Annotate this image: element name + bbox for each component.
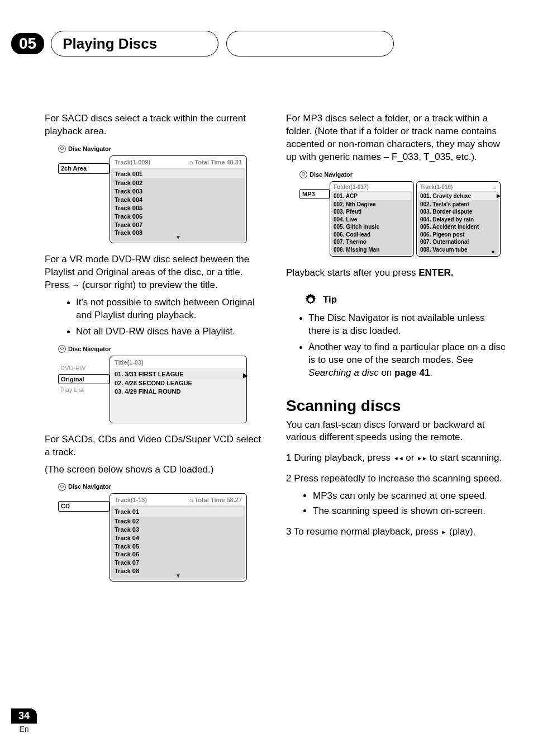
nav-icon [58,145,66,153]
mp3-intro: For MP3 discs select a folder, or a trac… [286,112,506,164]
folder-item: 004. Live [334,216,410,224]
disc-navigator-sacd: Disc Navigator 2ch Area Track(1-009) Tot… [58,145,247,243]
nav-icon [299,171,307,178]
scroll-down-icon: ▼ [491,249,496,256]
page-header: 05 Playing Discs [11,31,533,56]
header-frame-left: Playing Discs [51,31,218,56]
cd-note: (The screen below shows a CD loaded.) [45,464,265,476]
home-icon: ⌂ [493,183,497,191]
total-time: Total Time 40.31 [189,158,242,167]
nav-heading: Disc Navigator [68,145,111,153]
folder-item: 006. CodHead [334,231,410,239]
svg-point-0 [308,297,313,303]
folder-column: Folder(1-017) 001. ACP 002. Nth Degree 0… [330,181,414,257]
track-item: Track 007 [115,221,242,229]
track-item: Track 06 [115,550,242,559]
nav-label-selected: Original [58,374,110,385]
page-footer: 34 En [11,708,37,734]
folder-item: 003. Pfeuti [334,208,410,216]
track-item: 001. Gravity deluxe [419,192,498,200]
track-item: Track 006 [115,212,242,221]
page-number: 34 [11,708,37,724]
chapter-title: Playing Discs [63,35,157,53]
scan-back-icon [393,452,403,463]
track-item: Track 03 [115,526,242,534]
title-item: 02. 4/28 SECOND LEAGUE [115,379,242,388]
arrow-right-icon: ▶ [243,371,248,380]
nav-area-label: CD [58,501,110,512]
nav-heading: Disc Navigator [68,483,111,491]
total-time: Total Time 58.27 [189,496,242,504]
track-item: 006. Pigeon post [420,231,497,239]
step-2: 2 Press repeatedly to increase the scann… [286,472,506,485]
nav-label: DVD-RW [58,363,110,373]
track-item: Track 002 [115,179,242,187]
nav-area-label: 2ch Area [58,163,110,174]
folder-range: Folder(1-017) [334,183,369,191]
nav-heading: Disc Navigator [310,171,353,179]
track-item: Track 05 [115,542,242,551]
sacd-intro: For SACD discs select a track within the… [45,112,265,138]
disc-navigator-mp3: Disc Navigator MP3 Folder(1-017) 001. AC… [299,171,501,257]
track-item: Track 02 [115,517,242,526]
header-frame-right [226,31,394,56]
track-item: 004. Delayed by rain [420,216,497,224]
arrow-right-icon: ▶ [497,192,501,199]
track-item: Track 001 [113,169,244,179]
title-item: 03. 4/29 FINAL ROUND [115,388,242,396]
chapter-number: 05 [11,33,44,54]
scan-intro: You can fast-scan discs forward or backw… [286,419,506,445]
nav-heading: Disc Navigator [68,345,111,353]
track-item: 005. Accident incident [420,223,497,231]
track-item: Track 005 [115,204,242,212]
folder-item: 008. Missing Man [334,246,410,254]
track-item: Track 003 [115,187,242,196]
nav-area-label: MP3 [299,189,330,200]
track-item: 002. Tesla's patent [420,201,497,209]
playback-enter: Playback starts after you press ENTER. [286,267,506,280]
folder-item: 005. Glitch music [334,223,410,231]
tip-label: Tip [323,294,337,306]
left-column: For SACD discs select a track within the… [45,112,265,592]
tip-heading: Tip [303,292,506,308]
track-range: Track(1-010) [420,183,453,191]
track-range: Track(1-009) [115,158,150,167]
title-range: Title(1-03) [115,358,144,367]
step-bullet: MP3s can only be scanned at one speed. [313,490,506,503]
track-column: Track(1-010)⌂ ▶ 001. Gravity deluxe 002.… [416,181,501,257]
cursor-right-icon [72,280,79,290]
nav-label: Play List [58,385,110,395]
track-item: Track 01 [113,507,244,517]
track-item: 008. Vacuum tube [420,246,497,254]
track-item: 003. Border dispute [420,208,497,216]
vr-mode-text: For a VR mode DVD-RW disc select beween … [45,253,265,292]
folder-item: 002. Nth Degree [334,201,410,209]
step-3: 3 To resume normal playback, press (play… [286,526,506,538]
folder-item: 001. ACP [332,192,411,200]
right-column: For MP3 discs select a folder, or a trac… [286,112,506,592]
track-item: Track 004 [115,196,242,204]
bullet-text: It's not possible to switch between Orig… [76,296,265,322]
gear-icon [303,292,318,308]
nav-icon [58,483,66,491]
track-item: 007. Outernational [420,238,497,246]
page-language: En [11,725,37,734]
tip-bullet: The Disc Navigator is not available unle… [308,312,506,338]
disc-navigator-dvdrw: Disc Navigator DVD-RW Original Play List… [58,345,247,423]
step-bullet: The scanning speed is shown on-screen. [313,505,506,518]
track-item: Track 07 [115,559,242,567]
scan-forward-icon [417,452,427,463]
title-item: 01. 3/31 FIRST LEAGUE [113,370,244,379]
play-icon [441,526,446,537]
nav-icon [58,345,66,353]
track-item: Track 04 [115,534,242,542]
cd-text: For SACDs, CDs and Video CDs/Super VCD s… [45,433,265,459]
folder-item: 007. Thermo [334,238,410,246]
track-range: Track(1-13) [115,496,147,504]
tip-bullet: Another way to find a particular place o… [308,341,506,380]
step-1: 1 During playback, press or to start sca… [286,452,506,465]
disc-navigator-cd: Disc Navigator CD Track(1-13) Total Time… [58,483,247,581]
section-heading: Scanning discs [286,395,506,417]
bullet-text: Not all DVD-RW discs have a Playlist. [76,325,265,338]
